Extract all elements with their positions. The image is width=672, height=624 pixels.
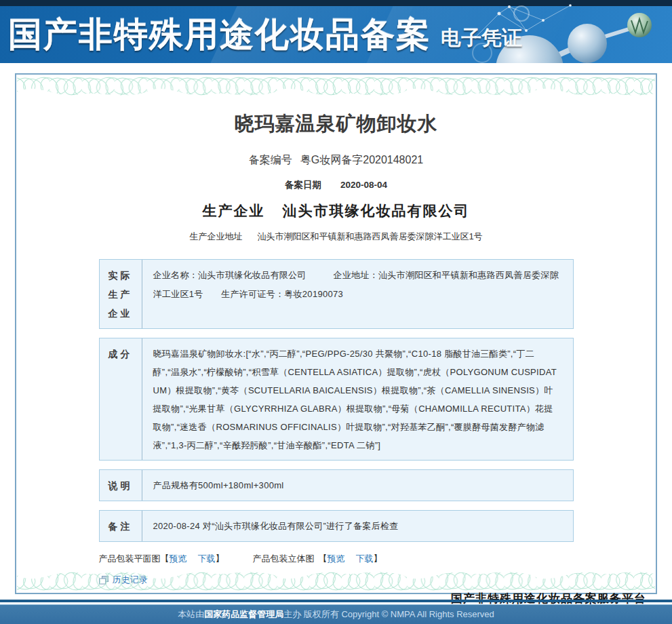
page: { "header": { "title": "国产非特殊用途化妆品备案", "… <box>0 0 672 624</box>
packaging-flat-download-link[interactable]: 下载 <box>198 553 216 564</box>
ingredients-box: 成 分 晓玛嘉温泉矿物卸妆水:[“水”,“丙二醇”,“PEG/PPG-25/30… <box>99 338 574 461</box>
bracket-open: 【 <box>319 553 328 564</box>
remark-box-label: 备 注 <box>100 511 142 541</box>
footer-suffix: 主办 版权所有 Copyright © NMPA All Rights Rese… <box>283 609 494 619</box>
record-date-row: 备案日期2020-08-04 <box>16 179 656 191</box>
manufacturer-address-row: 生产企业地址汕头市潮阳区和平镇新和惠路西凤善居委深隙洋工业区1号 <box>16 231 656 243</box>
manufacturer-row: 生产企业汕头市琪缘化妆品有限公司 <box>16 201 656 220</box>
guilloche-border-top <box>17 76 655 100</box>
record-number-value: 粤G妆网备字2020148021 <box>300 154 423 165</box>
ingredients-box-content: 晓玛嘉温泉矿物卸妆水:[“水”,“丙二醇”,“PEG/PPG-25/30 共聚物… <box>142 338 573 460</box>
packaging-flat-preview-link[interactable]: 预览 <box>170 553 187 564</box>
manufacturer-address-value: 汕头市潮阳区和平镇新和惠路西凤善居委深隙洋工业区1号 <box>257 231 482 241</box>
footer-bar: 本站由国家药品监督管理局主办 版权所有 Copyright © NMPA All… <box>0 604 672 624</box>
remark-box: 备 注 2020-08-24 对“汕头市琪缘化妆品有限公司”进行了备案后检查 <box>99 510 574 542</box>
header-banner: 国产非特殊用途化妆品备案 电子凭证 <box>0 0 672 63</box>
packaging-stereo-preview-link[interactable]: 预览 <box>328 553 345 564</box>
description-box-content: 产品规格有500ml+180ml+300ml <box>142 470 573 501</box>
bracket-close: 】 <box>216 553 224 564</box>
footer-prefix: 本站由 <box>178 609 204 619</box>
guilloche-border-bottom <box>17 567 655 591</box>
record-number-row: 备案编号粤G妆网备字2020148021 <box>16 153 656 168</box>
header-subtitle: 电子凭证 <box>441 24 522 52</box>
packaging-stereo-download-link[interactable]: 下载 <box>356 553 374 564</box>
description-box: 说 明 产品规格有500ml+180ml+300ml <box>99 469 574 501</box>
bracket-open: 【 <box>161 553 170 564</box>
packaging-stereo-label: 产品包装立体图 <box>253 553 319 564</box>
actual-manufacturer-box-label: 实 际 生 产 企 业 <box>100 260 142 328</box>
footer-divider-line <box>0 600 672 602</box>
actual-manufacturer-box-content: 企业名称：汕头市琪缘化妆品有限公司 企业地址：汕头市潮阳区和平镇新和惠路西凤善居… <box>142 260 573 328</box>
nmpa-org-link[interactable]: 国家药品监督管理局 <box>204 609 283 619</box>
packaging-links-row: 产品包装平面图【预览下载】产品包装立体图【预览下载】 <box>99 553 574 565</box>
certificate-panel: 晓玛嘉温泉矿物卸妆水 备案编号粤G妆网备字2020148021 备案日期2020… <box>15 73 657 594</box>
ingredients-box-label: 成 分 <box>100 338 142 460</box>
actual-manufacturer-box: 实 际 生 产 企 业 企业名称：汕头市琪缘化妆品有限公司 企业地址：汕头市潮阳… <box>99 259 574 329</box>
record-date-value: 2020-08-04 <box>340 180 387 190</box>
description-box-label: 说 明 <box>100 470 142 501</box>
manufacturer-label: 生产企业 <box>203 203 265 219</box>
record-date-label: 备案日期 <box>285 180 321 190</box>
remark-box-content: 2020-08-24 对“汕头市琪缘化妆品有限公司”进行了备案后检查 <box>142 511 573 541</box>
record-number-label: 备案编号 <box>249 154 292 165</box>
manufacturer-address-label: 生产企业地址 <box>189 231 242 241</box>
packaging-flat-label: 产品包装平面图 <box>99 553 161 564</box>
header-title: 国产非特殊用途化妆品备案 <box>8 12 431 58</box>
manufacturer-value: 汕头市琪缘化妆品有限公司 <box>283 203 470 219</box>
info-boxes: 实 际 生 产 企 业 企业名称：汕头市琪缘化妆品有限公司 企业地址：汕头市潮阳… <box>99 259 574 542</box>
bracket-close: 】 <box>374 553 382 564</box>
